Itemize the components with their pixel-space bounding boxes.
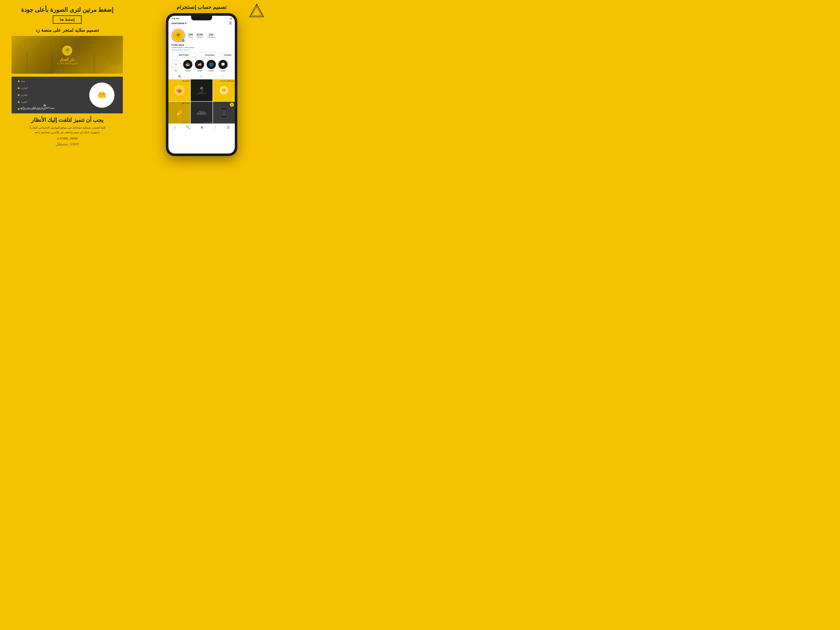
tagged-tab[interactable]: ◻ — [213, 74, 235, 78]
highlights-row: + New 🧆 highlight 🚚 — [169, 59, 235, 73]
dot-indicator — [18, 87, 19, 89]
status-time: 9:41 PM — [172, 17, 179, 19]
add-story-button[interactable]: + — [182, 39, 185, 42]
svg-rect-4 — [26, 53, 28, 74]
highlight-new-label: New — [175, 70, 177, 71]
battery-icon: ▮ — [231, 17, 231, 19]
heart-nav-icon[interactable]: ♡ — [213, 125, 216, 129]
phone-screen: 9:41 PM ▮ username ▾ ☰ � — [169, 16, 235, 153]
brand-logo-icon: 🌴 — [62, 45, 73, 57]
cell-3-content: تمورنا الفاخرة نصل إلى 🤲 — [213, 79, 235, 101]
ig-stats: 334 Posts 211K Followers 134 Following — [188, 33, 232, 38]
chevron-down-icon: ▾ — [185, 22, 186, 25]
profile-info: Profile Name Lorem ipsum. Lorem ipsum. b… — [169, 43, 235, 53]
following-stat: 134 Following — [207, 33, 215, 38]
map-dot-bahrain: البحرين — [18, 94, 46, 96]
cell-3-text: تمورنا الفاخرة نصل إلى — [220, 80, 234, 82]
cell-4-sub: عمان • الإمارات — [182, 122, 189, 123]
slide-image-2: عمان الإمارات البحرين الكويت من المملكة … — [11, 77, 123, 114]
dot-label: الإمارات — [21, 87, 28, 89]
profile-bio-line1: Lorem ipsum. Lorem ipsum. — [171, 46, 232, 49]
grid-cell-4[interactable]: ماذودك تذوق 🤌 عمان • الإمارات — [169, 102, 190, 123]
dot-indicator — [18, 108, 19, 110]
grid-tabs: ⊞ ☰ ◻ — [169, 73, 235, 79]
map-dot-kuwait: الكويت — [18, 101, 46, 103]
brand-center: 🌴 دار العذق للتمور الملكية الفاخرة — [57, 45, 77, 65]
list-tab[interactable]: ☰ — [191, 74, 213, 78]
grid-cell-2[interactable]: 🌴 دار العذق للتمور الملكية الفاخرة — [191, 79, 213, 101]
left-panel: إضغط مرتين لترى الصورة بأعلى جودة إضغط ه… — [0, 0, 134, 202]
dot-label: البحرين — [21, 94, 27, 96]
dates-icon: 🫖 — [174, 85, 185, 96]
slide-title: تصميم سلايد لمتجر على منصة زد — [35, 27, 99, 33]
contact-button[interactable]: Contact — [224, 53, 232, 57]
followers-stat: 211K Followers — [196, 33, 204, 38]
highlight-new-circle: + — [171, 60, 181, 69]
grid-cell-6[interactable]: 🌴 — [213, 102, 235, 123]
highlight-4-label: highlight — [220, 70, 226, 71]
profile-nav-icon[interactable]: ⊡ — [227, 125, 229, 129]
map-tagline: تمورنا الفاخرة تصل إليكم حيث ماكنتم — [20, 106, 55, 109]
edit-profile-button[interactable]: Edit Profile — [171, 53, 196, 57]
highlight-4[interactable]: 💬 highlight — [218, 60, 227, 71]
action-buttons-row: Edit Profile Promotion Contact — [169, 53, 235, 59]
avatar-logo-icon: 🌴 — [175, 33, 181, 38]
svg-rect-5 — [51, 55, 53, 74]
following-count: 134 — [207, 33, 215, 36]
profile-link[interactable]: blog.loremipsum.com — [171, 49, 232, 51]
post-grid: سكري مفتل 🫖 🌴 دار العذق للتمور الملكية ا… — [169, 79, 235, 123]
highlight-2[interactable]: 🚚 highlight — [195, 60, 204, 71]
promotion-button[interactable]: Promotion — [197, 53, 222, 57]
cell-6-content: 🌴 — [213, 102, 235, 123]
cell-1-text: سكري مفتل — [182, 80, 189, 82]
logo-svg — [249, 3, 265, 19]
ig-header: username ▾ ☰ — [169, 21, 235, 27]
map-dot-uae: الإمارات — [18, 87, 46, 89]
grid-cell-3[interactable]: تمورنا الفاخرة نصل إلى 🤲 — [213, 79, 235, 101]
cell-6-corner-logo: 🌴 — [230, 103, 234, 107]
grid-cell-1[interactable]: سكري مفتل 🫖 — [169, 79, 190, 101]
instagram-handle: ⊙ EYAD_JAAM — [57, 137, 77, 140]
following-label: Following — [207, 36, 215, 38]
highlight-4-circle: 💬 — [218, 60, 227, 69]
hand-blob: 🤲 — [89, 82, 114, 108]
logo-area — [249, 3, 265, 20]
right-title: تصميم حساب إنستجرام — [177, 4, 226, 10]
top-arabic-text: إضغط مرتين لترى الصورة بأعلى جودة — [21, 6, 114, 13]
mostaql-logo: مستقل .com — [55, 141, 79, 146]
bottom-nav: ⌂ 🔍 ⊕ ♡ ⊡ — [169, 123, 235, 131]
ig-username[interactable]: username ▾ — [171, 22, 186, 25]
bottom-line1: كلما أهتميت بجمالية حساباتك في مواقع الت… — [29, 126, 106, 129]
brand-sub-arabic: للتمور الملكية الفاخرة — [57, 62, 77, 65]
grid-cell-5[interactable]: زورنا علىمكتبة الإلكترونيةwww.darethq.co… — [191, 102, 213, 123]
highlight-1[interactable]: 🧆 highlight — [183, 60, 193, 71]
highlight-2-circle: 🚚 — [195, 60, 204, 69]
highlight-3[interactable]: 🌐 highlight — [207, 60, 216, 71]
stats-row: 🌴 + 334 Posts 211K Followers — [169, 27, 235, 43]
phone-container: 9:41 PM ▮ username ▾ ☰ � — [166, 13, 237, 156]
cell-5-content: زورنا علىمكتبة الإلكترونيةwww.darethq.co… — [191, 102, 213, 123]
hamburger-icon[interactable]: ☰ — [229, 21, 232, 25]
bottom-headline: يجب أن تتميز لتلفت إليك الأنظار — [31, 117, 103, 123]
home-nav-icon[interactable]: ⌂ — [174, 125, 176, 129]
brand-name-arabic: دار العذق — [57, 57, 77, 62]
bottom-subtext: كلما أهتميت بجمالية حساباتك في مواقع الت… — [29, 125, 106, 134]
grid-tab[interactable]: ⊞ — [169, 74, 191, 78]
highlight-1-label: highlight — [185, 70, 191, 71]
right-panel: تصميم حساب إنستجرام 9:41 PM ▮ username ▾ — [134, 0, 269, 202]
search-nav-icon[interactable]: 🔍 — [186, 125, 190, 129]
profile-name: Profile Name — [171, 44, 232, 46]
dot-indicator — [18, 81, 19, 82]
phone-notch — [191, 16, 212, 21]
mini-phone-icon — [221, 107, 227, 118]
dot-label: عمان — [21, 80, 25, 82]
cell-4-content: ماذودك تذوق 🤌 عمان • الإمارات — [169, 102, 190, 123]
highlight-new[interactable]: + New — [171, 60, 181, 71]
highlight-3-label: highlight — [208, 70, 214, 71]
add-nav-icon[interactable]: ⊕ — [201, 125, 203, 129]
posts-count: 334 — [188, 33, 193, 36]
click-here-button[interactable]: إضغط هنا — [53, 15, 82, 24]
followers-count: 211K — [196, 33, 204, 36]
map-dot-oman: عمان — [18, 80, 46, 82]
posts-label: Posts — [188, 36, 193, 38]
